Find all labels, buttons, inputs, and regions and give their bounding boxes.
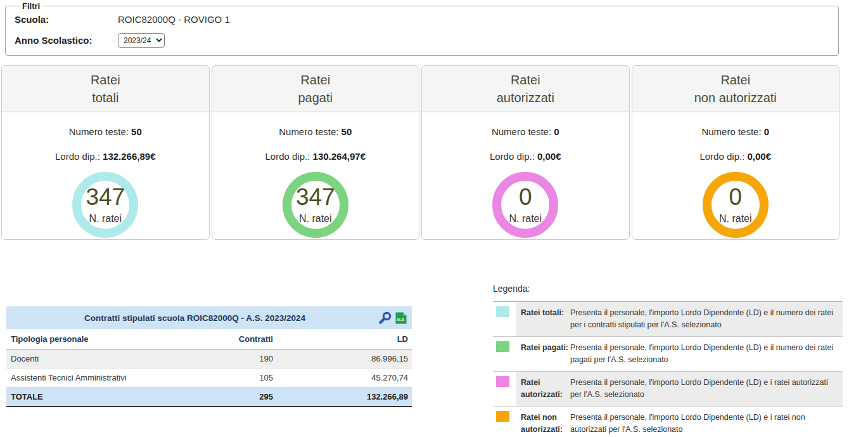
legend-description: Presenta il personale, l'importo Lordo D… bbox=[570, 412, 836, 436]
legend-item-ratei-non-autorizzati: Ratei non autorizzati: Presenta il perso… bbox=[493, 407, 843, 437]
table-row-docenti: Docenti 190 86.996,15 bbox=[6, 349, 412, 369]
numero-teste: Numero teste: 50 bbox=[2, 112, 209, 137]
col-header-contratti: Contratti bbox=[184, 329, 278, 349]
legend-label: Ratei non autorizzati: bbox=[521, 412, 570, 436]
lordo-dipendente: Lordo dip.: 130.264,97€ bbox=[212, 137, 419, 162]
ratei-count: 0 bbox=[519, 185, 532, 209]
ratei-circle-totali: 347 N. ratei bbox=[72, 172, 138, 238]
table-row-ata: Assistenti Tecnici Amministrativi 105 45… bbox=[6, 369, 412, 388]
ratei-count-label: N. ratei bbox=[299, 213, 332, 225]
school-label: Scuola: bbox=[15, 14, 118, 25]
lordo-dipendente: Lordo dip.: 0,00€ bbox=[422, 137, 629, 162]
card-ratei-autorizzati: Ratei autorizzati Numero teste: 0 Lordo … bbox=[421, 65, 630, 240]
ratei-count-label: N. ratei bbox=[719, 213, 752, 225]
col-header-tipologia: Tipologia personale bbox=[6, 329, 184, 349]
school-filter-row: Scuola: ROIC82000Q - ROVIGO 1 bbox=[15, 14, 829, 25]
legend-title: Legenda: bbox=[493, 284, 843, 294]
card-ratei-non-autorizzati: Ratei non autorizzati Numero teste: 0 Lo… bbox=[632, 65, 840, 240]
ratei-circle-autorizzati: 0 N. ratei bbox=[492, 172, 558, 238]
col-header-ld: LD bbox=[278, 329, 412, 349]
legend-item-ratei-autorizzati: Ratei autorizzati: Presenta il personale… bbox=[493, 372, 843, 407]
legend-swatch-autorizzati-icon bbox=[496, 376, 509, 387]
filters-legend: Filtri bbox=[20, 1, 42, 11]
card-ratei-pagati: Ratei pagati Numero teste: 50 Lordo dip.… bbox=[212, 65, 420, 240]
card-title: Ratei non autorizzati bbox=[632, 66, 839, 112]
lordo-dipendente: Lordo dip.: 0,00€ bbox=[632, 137, 839, 162]
legend-item-ratei-totali: Ratei totali: Presenta il personale, l'i… bbox=[493, 302, 843, 337]
legend-label: Ratei totali: bbox=[521, 307, 570, 331]
contracts-header-row: Tipologia personale Contratti LD bbox=[6, 329, 412, 349]
contracts-table: Contratti stipulati scuola ROIC82000Q - … bbox=[6, 306, 412, 407]
legend-item-ratei-pagati: Ratei pagati: Presenta il personale, l'i… bbox=[493, 337, 843, 372]
school-year-label: Anno Scolastico: bbox=[15, 35, 118, 46]
svg-text:XLS: XLS bbox=[397, 316, 404, 321]
legend-label: Ratei pagati: bbox=[521, 342, 570, 366]
numero-teste: Numero teste: 0 bbox=[632, 112, 839, 137]
legend-swatch-pagati-icon bbox=[496, 341, 509, 352]
ratei-count: 347 bbox=[296, 185, 335, 209]
numero-teste: Numero teste: 0 bbox=[422, 112, 629, 137]
legend-description: Presenta il personale, l'importo Lordo D… bbox=[570, 307, 836, 331]
ratei-circle-pagati: 347 N. ratei bbox=[283, 172, 348, 238]
card-title: Ratei totali bbox=[2, 66, 209, 112]
ratei-count: 0 bbox=[729, 185, 742, 209]
card-title: Ratei pagati bbox=[212, 66, 419, 112]
lordo-dipendente: Lordo dip.: 132.266,89€ bbox=[2, 137, 209, 162]
ratei-count-label: N. ratei bbox=[509, 213, 542, 225]
legend-description: Presenta il personale, l'importo Lordo D… bbox=[570, 342, 836, 366]
ratei-dashboard: Filtri Scuola: ROIC82000Q - ROVIGO 1 Ann… bbox=[0, 0, 868, 437]
xls-export-icon[interactable]: XLS bbox=[395, 312, 407, 324]
card-ratei-totali: Ratei totali Numero teste: 50 Lordo dip.… bbox=[1, 65, 210, 240]
school-year-select[interactable]: 2023/24 bbox=[118, 33, 165, 48]
table-row-totale: TOTALE 295 132.266,89 bbox=[6, 388, 412, 407]
school-value: ROIC82000Q - ROVIGO 1 bbox=[118, 14, 230, 25]
legend-description: Presenta il personale, l'importo Lordo D… bbox=[570, 377, 836, 401]
ratei-circle-non-autorizzati: 0 N. ratei bbox=[703, 172, 769, 238]
kpi-cards: Ratei totali Numero teste: 50 Lordo dip.… bbox=[1, 65, 839, 240]
ratei-count: 347 bbox=[86, 185, 125, 209]
filters-fieldset: Filtri Scuola: ROIC82000Q - ROVIGO 1 Ann… bbox=[5, 1, 839, 56]
contracts-data-grid: Tipologia personale Contratti LD Docenti… bbox=[6, 329, 412, 407]
contracts-table-header-bar: Contratti stipulati scuola ROIC82000Q - … bbox=[6, 306, 412, 329]
numero-teste: Numero teste: 50 bbox=[212, 112, 419, 137]
legend-swatch-non-autorizzati-icon bbox=[496, 411, 509, 422]
contracts-table-title: Contratti stipulati scuola ROIC82000Q - … bbox=[11, 313, 378, 323]
legend-swatch-totali-icon bbox=[496, 306, 509, 317]
card-title: Ratei autorizzati bbox=[422, 66, 629, 112]
school-year-filter-row: Anno Scolastico: 2023/24 bbox=[15, 33, 829, 48]
legend-panel: Legenda: Ratei totali: Presenta il perso… bbox=[493, 284, 843, 437]
search-icon[interactable] bbox=[378, 311, 392, 325]
legend-label: Ratei autorizzati: bbox=[521, 377, 570, 401]
ratei-count-label: N. ratei bbox=[89, 213, 122, 225]
